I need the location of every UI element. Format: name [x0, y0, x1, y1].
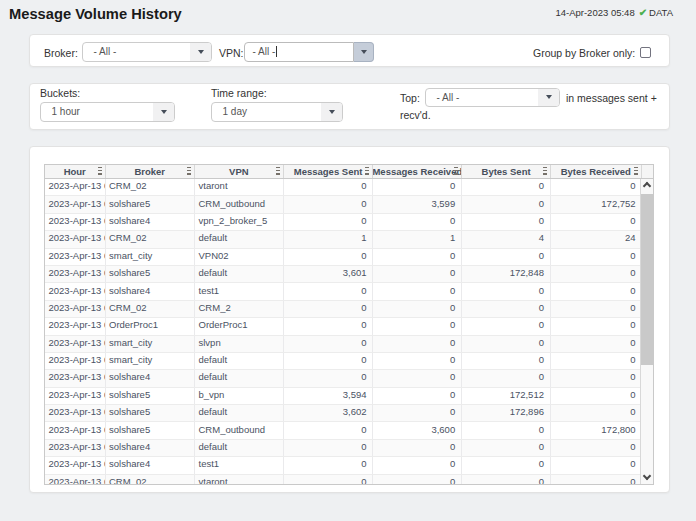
cell-bytes-sent: 0 [462, 353, 551, 369]
cell-messages-sent: 1 [284, 231, 374, 247]
cell-messages-received: 1 [373, 231, 462, 247]
cell-messages-received: 0 [373, 318, 462, 334]
column-menu-icon[interactable] [365, 167, 369, 176]
column-menu-icon[interactable] [543, 167, 547, 176]
cell-hour: 2023-Apr-13 05:00 [45, 388, 106, 404]
table-row[interactable]: 2023-Apr-13 05:00CRM_02default11424 [45, 231, 640, 248]
table-row[interactable]: 2023-Apr-13 05:00solshare4test10000 [45, 457, 640, 474]
table-row[interactable]: 2023-Apr-13 05:00solshare4vpn_2_broker_5… [45, 214, 640, 231]
cell-messages-received: 0 [373, 266, 462, 282]
time-range-select-arrow [321, 103, 342, 121]
cell-messages-sent: 0 [284, 457, 374, 473]
column-menu-icon[interactable] [187, 167, 191, 176]
vertical-scrollbar[interactable] [640, 179, 653, 484]
table-row[interactable]: 2023-Apr-13 05:00smart_citydefault0000 [45, 353, 640, 370]
timestamp: 14-Apr-2023 05:48 [555, 7, 634, 18]
table-row[interactable]: 2023-Apr-13 05:00solshare5CRM_outbound03… [45, 196, 640, 213]
cell-hour: 2023-Apr-13 05:00 [45, 353, 106, 369]
cell-vpn: OrderProc1 [195, 318, 284, 334]
column-header-bytes-sent[interactable]: Bytes Sent [462, 165, 551, 178]
cell-messages-received: 0 [373, 405, 462, 421]
cell-bytes-sent: 4 [462, 231, 551, 247]
cell-messages-sent: 0 [284, 318, 374, 334]
cell-messages-received: 0 [373, 457, 462, 473]
column-menu-icon[interactable] [98, 167, 102, 176]
cell-messages-received: 0 [373, 440, 462, 456]
cell-bytes-sent: 0 [462, 249, 551, 265]
cell-hour: 2023-Apr-13 05:00 [45, 405, 106, 421]
table-row[interactable]: 2023-Apr-13 05:00solshare4test10000 [45, 283, 640, 300]
cell-bytes-received: 172,752 [551, 196, 640, 212]
group-by-broker-label: Group by Broker only: [533, 47, 635, 59]
cell-messages-sent: 0 [284, 353, 374, 369]
column-menu-icon[interactable] [634, 167, 638, 176]
column-header-hour[interactable]: Hour [45, 165, 106, 178]
broker-select[interactable]: - All - [82, 42, 212, 62]
grid-body: 2023-Apr-13 05:00CRM_02vtaront00002023-A… [45, 179, 640, 484]
cell-broker: CRM_02 [106, 475, 196, 484]
data-grid: HourBrokerVPNMessages SentMessages Recei… [44, 164, 654, 485]
scrollbar-down-button[interactable] [641, 470, 653, 484]
cell-messages-sent: 0 [284, 196, 374, 212]
top-suffix-line2: recv'd. [400, 109, 431, 121]
time-range-select[interactable]: 1 day [211, 102, 343, 122]
top-select[interactable]: - All - [425, 88, 560, 107]
vpn-combobox-arrow-button[interactable] [354, 42, 374, 62]
table-row[interactable]: 2023-Apr-13 05:00OrderProc1OrderProc1000… [45, 318, 640, 335]
table-row[interactable]: 2023-Apr-13 05:00solshare5default3,60201… [45, 405, 640, 422]
table-row[interactable]: 2023-Apr-13 05:00solshare4default0000 [45, 440, 640, 457]
cell-vpn: b_vpn [195, 388, 284, 404]
page-title: Message Volume History [9, 6, 182, 22]
table-row[interactable]: 2023-Apr-13 05:00solshare5default3,60101… [45, 266, 640, 283]
caret-down-icon [361, 50, 367, 54]
cell-messages-received: 0 [373, 179, 462, 195]
cell-broker: solshare4 [106, 457, 196, 473]
cell-vpn: default [195, 231, 284, 247]
cell-messages-sent: 0 [284, 249, 374, 265]
column-header-broker[interactable]: Broker [106, 165, 196, 178]
cell-messages-sent: 0 [284, 214, 374, 230]
column-header-vpn[interactable]: VPN [195, 165, 284, 178]
buckets-select[interactable]: 1 hour [40, 102, 175, 122]
cell-broker: solshare4 [106, 370, 196, 386]
time-range-select-value: 1 day [212, 106, 321, 117]
table-row[interactable]: 2023-Apr-13 05:00solshare4default0000 [45, 370, 640, 387]
top-suffix-line1: in messages sent + [566, 92, 657, 104]
cell-hour: 2023-Apr-13 05:00 [45, 318, 106, 334]
scrollbar-up-button[interactable] [641, 179, 653, 193]
table-row[interactable]: 2023-Apr-13 05:00smart_cityVPN020000 [45, 249, 640, 266]
table-row[interactable]: 2023-Apr-13 05:00smart_cityslvpn0000 [45, 336, 640, 353]
table-row[interactable]: 2023-Apr-13 05:00CRM_02vtaront0000 [45, 475, 640, 484]
cell-bytes-received: 0 [551, 440, 640, 456]
cell-bytes-received: 0 [551, 388, 640, 404]
column-header-messages-sent[interactable]: Messages Sent [284, 165, 374, 178]
table-row[interactable]: 2023-Apr-13 05:00solshare5b_vpn3,5940172… [45, 388, 640, 405]
cell-vpn: default [195, 440, 284, 456]
cell-messages-received: 0 [373, 388, 462, 404]
column-menu-icon[interactable] [454, 167, 458, 176]
cell-messages-sent: 0 [284, 179, 374, 195]
cell-bytes-sent: 0 [462, 196, 551, 212]
vpn-combobox-input[interactable]: - All - [244, 42, 354, 62]
scrollbar-thumb[interactable] [641, 194, 653, 365]
cell-bytes-received: 0 [551, 179, 640, 195]
column-menu-icon[interactable] [276, 167, 280, 176]
column-header-bytes-received[interactable]: Bytes Received [551, 165, 642, 178]
cell-vpn: default [195, 266, 284, 282]
cell-broker: solshare4 [106, 283, 196, 299]
cell-messages-sent: 0 [284, 283, 374, 299]
cell-bytes-sent: 0 [462, 214, 551, 230]
cell-messages-sent: 0 [284, 475, 374, 484]
cell-broker: solshare5 [106, 266, 196, 282]
cell-bytes-received: 0 [551, 318, 640, 334]
buckets-select-arrow [153, 103, 174, 121]
column-header-messages-received[interactable]: Messages Received [373, 165, 462, 178]
cell-vpn: CRM_2 [195, 301, 284, 317]
table-row[interactable]: 2023-Apr-13 05:00CRM_02vtaront0000 [45, 179, 640, 196]
cell-hour: 2023-Apr-13 05:00 [45, 283, 106, 299]
group-by-broker-checkbox[interactable] [640, 47, 651, 58]
table-row[interactable]: 2023-Apr-13 05:00solshare5CRM_outbound03… [45, 422, 640, 439]
status-line: 14-Apr-2023 05:48 ✔ DATA [555, 7, 673, 18]
grid-card: HourBrokerVPNMessages SentMessages Recei… [29, 146, 670, 493]
table-row[interactable]: 2023-Apr-13 05:00CRM_02CRM_20000 [45, 301, 640, 318]
